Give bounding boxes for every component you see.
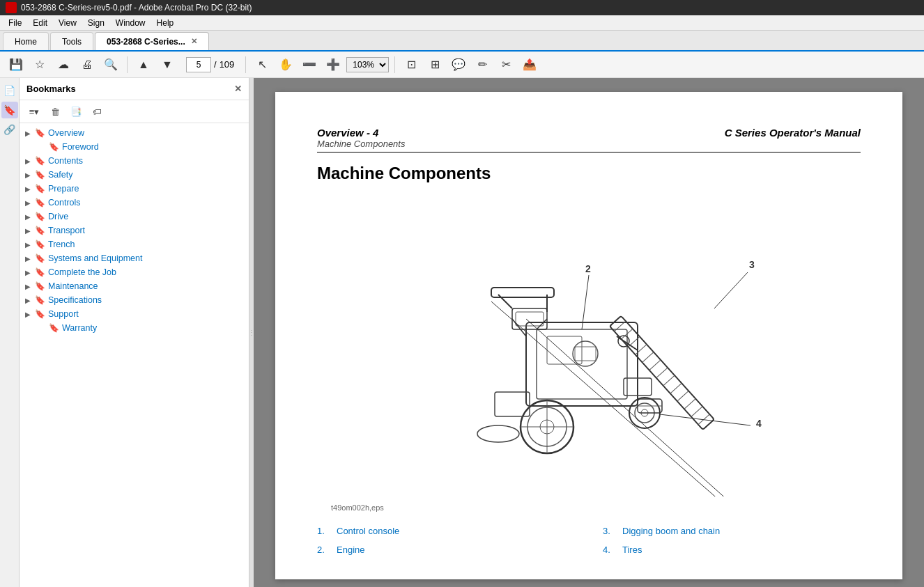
svg-point-3 bbox=[573, 341, 598, 366]
svg-text:3: 3 bbox=[749, 259, 755, 270]
bm-arrow-transport: ▶ bbox=[25, 227, 35, 235]
pdf-header-right: C Series Operator's Manual bbox=[725, 127, 861, 139]
bm-arrow-safety: ▶ bbox=[25, 171, 35, 179]
svg-line-17 bbox=[642, 352, 654, 363]
svg-line-8 bbox=[537, 319, 547, 329]
menu-window[interactable]: Window bbox=[110, 17, 151, 29]
pages-tool-icon[interactable]: 📄 bbox=[1, 82, 18, 99]
bookmarks-title: Bookmarks bbox=[26, 84, 76, 94]
title-bar: 053-2868 C-Series-rev5-0.pdf - Adobe Acr… bbox=[0, 0, 924, 15]
bm-arrow-drive: ▶ bbox=[25, 213, 35, 221]
zoom-selector[interactable]: 103% 75% 100% 125% 150% bbox=[346, 57, 389, 72]
svg-line-19 bbox=[656, 368, 668, 378]
bm-tag-icon[interactable]: 🏷 bbox=[88, 103, 106, 120]
zoom-in-button[interactable]: ➕ bbox=[323, 55, 344, 75]
menu-file[interactable]: File bbox=[3, 17, 27, 29]
svg-line-22 bbox=[677, 391, 688, 401]
page-number-input[interactable] bbox=[186, 57, 211, 72]
bm-item-systems[interactable]: ▶ 🔖 Systems and Equipment bbox=[20, 251, 249, 265]
menu-help[interactable]: Help bbox=[151, 17, 180, 29]
bm-icon-drive: 🔖 bbox=[35, 212, 45, 221]
bm-item-transport[interactable]: ▶ 🔖 Transport bbox=[20, 224, 249, 237]
component-item-1: 1. Control console bbox=[317, 526, 575, 536]
bm-item-warranty[interactable]: 🔖 Warranty bbox=[20, 321, 249, 335]
svg-rect-11 bbox=[491, 288, 554, 297]
component-name-4: Tires bbox=[622, 545, 642, 555]
bm-label-support: Support bbox=[48, 309, 79, 319]
svg-rect-4 bbox=[575, 347, 596, 361]
tab-home[interactable]: Home bbox=[3, 32, 49, 50]
cursor-tool-button[interactable]: ↖ bbox=[252, 55, 272, 75]
bm-label-drive: Drive bbox=[48, 212, 68, 221]
svg-line-23 bbox=[684, 399, 695, 409]
fit-width-button[interactable]: ⊡ bbox=[401, 55, 422, 75]
tab-document[interactable]: 053-2868 C-Series... ✕ bbox=[95, 32, 209, 50]
share-button[interactable]: 📤 bbox=[519, 55, 540, 75]
bm-item-controls[interactable]: ▶ 🔖 Controls bbox=[20, 196, 249, 210]
bm-arrow-controls: ▶ bbox=[25, 199, 35, 207]
menu-sign[interactable]: Sign bbox=[82, 17, 110, 29]
bookmark-toolbar-button[interactable]: ☆ bbox=[29, 55, 50, 75]
component-num-2: 2. bbox=[317, 545, 331, 555]
bm-icon-prepare: 🔖 bbox=[35, 184, 45, 194]
menu-edit[interactable]: Edit bbox=[27, 17, 53, 29]
pdf-main-title: Machine Components bbox=[317, 164, 861, 183]
hand-tool-button[interactable]: ✋ bbox=[275, 55, 296, 75]
bm-item-complete-job[interactable]: ▶ 🔖 Complete the Job bbox=[20, 265, 249, 279]
close-bookmarks-icon[interactable]: ✕ bbox=[234, 84, 242, 94]
save-button[interactable]: 💾 bbox=[6, 55, 26, 75]
svg-text:2: 2 bbox=[585, 263, 591, 274]
bm-label-warranty: Warranty bbox=[62, 323, 97, 333]
prev-page-button[interactable]: ▲ bbox=[133, 55, 154, 75]
bm-add-icon[interactable]: 📑 bbox=[67, 103, 85, 120]
bm-expand-icon[interactable]: ≡▾ bbox=[25, 103, 43, 120]
svg-line-18 bbox=[649, 360, 661, 370]
svg-rect-2 bbox=[547, 336, 582, 364]
bm-item-maintenance[interactable]: ▶ 🔖 Maintenance bbox=[20, 279, 249, 293]
tab-close-icon[interactable]: ✕ bbox=[191, 37, 197, 46]
bm-item-support[interactable]: ▶ 🔖 Support bbox=[20, 307, 249, 321]
bm-item-drive[interactable]: ▶ 🔖 Drive bbox=[20, 210, 249, 224]
zoom-out-button[interactable]: ➖ bbox=[299, 55, 320, 75]
bm-label-safety: Safety bbox=[48, 170, 72, 180]
bm-label-contents: Contents bbox=[48, 156, 83, 166]
pencil-button[interactable]: ✏ bbox=[472, 55, 493, 75]
bm-icon-support: 🔖 bbox=[35, 309, 45, 319]
bm-icon-complete-job: 🔖 bbox=[35, 267, 45, 277]
svg-text:4: 4 bbox=[756, 418, 762, 429]
bm-item-safety[interactable]: ▶ 🔖 Safety bbox=[20, 168, 249, 182]
bm-item-specifications[interactable]: ▶ 🔖 Specifications bbox=[20, 293, 249, 307]
svg-line-21 bbox=[670, 383, 682, 393]
bm-arrow-maintenance: ▶ bbox=[25, 283, 35, 290]
next-page-button[interactable]: ▼ bbox=[157, 55, 178, 75]
bm-arrow-contents: ▶ bbox=[25, 157, 35, 165]
bm-arrow-specifications: ▶ bbox=[25, 297, 35, 304]
bookmarks-tool-icon[interactable]: 🔖 bbox=[1, 102, 18, 118]
svg-line-24 bbox=[691, 407, 702, 417]
menu-view[interactable]: View bbox=[53, 17, 82, 29]
markup-button[interactable]: ✂ bbox=[495, 55, 516, 75]
bm-arrow-support: ▶ bbox=[25, 311, 35, 318]
separator-3 bbox=[394, 56, 395, 73]
search-button[interactable]: 🔍 bbox=[100, 55, 121, 75]
component-name-1: Control console bbox=[337, 526, 399, 536]
bm-arrow-overview: ▶ bbox=[25, 130, 35, 137]
print-button[interactable]: 🖨 bbox=[77, 55, 98, 75]
svg-rect-6 bbox=[516, 312, 544, 326]
bm-item-trench[interactable]: ▶ 🔖 Trench bbox=[20, 237, 249, 251]
comment-button[interactable]: 💬 bbox=[448, 55, 469, 75]
bm-item-overview[interactable]: ▶ 🔖 Overview bbox=[20, 126, 249, 140]
pdf-page: Overview - 4 Machine Components C Series… bbox=[275, 92, 902, 579]
links-tool-icon[interactable]: 🔗 bbox=[1, 121, 18, 138]
tab-tools[interactable]: Tools bbox=[50, 32, 93, 50]
fit-page-button[interactable]: ⊞ bbox=[424, 55, 445, 75]
pdf-header: Overview - 4 Machine Components C Series… bbox=[317, 127, 861, 152]
bm-delete-icon[interactable]: 🗑 bbox=[46, 103, 64, 120]
bookmarks-header: Bookmarks ✕ bbox=[20, 78, 249, 100]
cloud-button[interactable]: ☁ bbox=[53, 55, 74, 75]
pdf-header-left: Overview - 4 Machine Components bbox=[317, 127, 405, 149]
left-tools: 📄 🔖 🔗 bbox=[0, 78, 20, 587]
bm-item-contents[interactable]: ▶ 🔖 Contents bbox=[20, 154, 249, 168]
bm-item-foreword[interactable]: 🔖 Foreword bbox=[20, 140, 249, 154]
bm-item-prepare[interactable]: ▶ 🔖 Prepare bbox=[20, 182, 249, 196]
